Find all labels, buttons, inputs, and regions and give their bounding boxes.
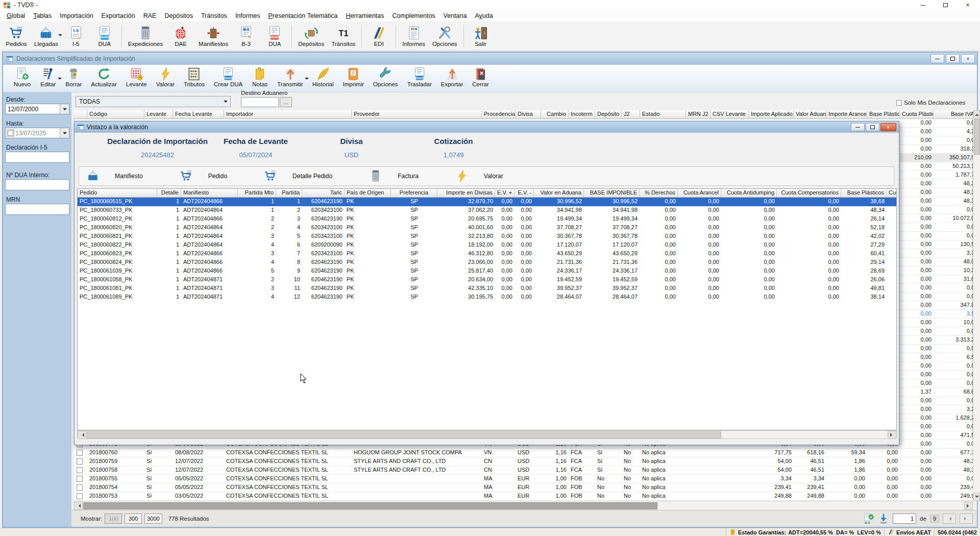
table-row[interactable]: 0,0048,0 — [900, 258, 973, 266]
strip-item[interactable]: Factura — [369, 169, 419, 183]
column-header[interactable]: Divisa — [516, 110, 541, 118]
scroll-left-icon[interactable] — [74, 502, 83, 510]
table-row[interactable]: 0,000,0 — [900, 206, 973, 214]
column-header[interactable]: Fecha Levante — [173, 110, 224, 118]
valuation-row[interactable]: PC_1800060823_PK1ADT20240486637620342310… — [78, 250, 896, 258]
table-row[interactable]: 0,000,0 — [900, 119, 973, 128]
column-header[interactable]: Importe Aplicado — [749, 110, 794, 118]
column-header[interactable]: Cuota — [887, 189, 896, 197]
toolbar-button[interactable]: Historial — [308, 66, 338, 88]
prev-page-button[interactable] — [943, 514, 956, 524]
strip-item[interactable]: Manifiesto — [86, 169, 143, 183]
export-xls-icon[interactable]: XLS — [863, 513, 874, 524]
column-header[interactable] — [74, 110, 87, 118]
dialog-horizontal-scrollbar[interactable] — [77, 430, 897, 439]
column-header[interactable]: Valor en Aduana — [534, 189, 584, 197]
page-size-button[interactable]: 3000 — [144, 514, 162, 524]
toolbar-button[interactable]: Imprimir — [338, 66, 369, 88]
toolbar-button[interactable]: Salir — [467, 22, 495, 51]
toolbar-button[interactable] — [463, 25, 464, 47]
column-header[interactable]: Procedencia — [482, 110, 516, 118]
toolbar-button[interactable] — [361, 25, 362, 47]
to-date-dropdown[interactable] — [60, 128, 69, 138]
column-header[interactable]: Base Plástico — [867, 110, 900, 118]
column-header[interactable]: J2 — [622, 110, 640, 118]
valuation-row[interactable]: PC_1800061089_PK1ADT20240487141262046231… — [78, 293, 896, 302]
from-date-field[interactable]: 12/07/2000 — [5, 104, 69, 114]
toolbar-button[interactable]: Opciones — [369, 66, 403, 88]
column-header[interactable]: Proveedor — [352, 110, 482, 118]
valuation-row[interactable]: PC_1800060821_PK1ADT20240486435620342310… — [78, 232, 896, 241]
toolbar-button[interactable]: Llegadas — [31, 22, 62, 51]
column-header[interactable]: Partida — [276, 189, 302, 197]
table-row[interactable]: 0,000,0 — [900, 397, 973, 405]
table-row[interactable]: 0,0010.072,0 — [900, 214, 973, 223]
table-row[interactable]: 210,09350.107,5 — [900, 154, 973, 162]
strip-item[interactable]: Pedido — [180, 169, 227, 183]
dua-input[interactable] — [5, 179, 69, 190]
table-row[interactable]: 0,00471,5 — [900, 431, 973, 440]
column-header[interactable]: Importe Arancel — [826, 110, 867, 118]
page-number-input[interactable] — [893, 514, 916, 524]
toolbar-button[interactable]: DUAS Crear DUA — [209, 66, 247, 88]
column-header[interactable]: Depósito — [595, 110, 622, 118]
scroll-right-icon[interactable] — [888, 431, 896, 439]
menu-item[interactable]: Importación — [56, 11, 97, 20]
column-header[interactable]: Cuota Arancel — [678, 189, 721, 197]
table-row[interactable]: 0,000,0 — [900, 362, 973, 371]
table-row[interactable]: 201800754Sí05/05/2022COTEXSA CONFECCIONE… — [74, 483, 973, 492]
table-row[interactable]: 0,0048,3 — [900, 197, 973, 206]
toolbar-button[interactable]: Manifiestos — [195, 22, 232, 51]
column-header[interactable]: Estado — [640, 110, 686, 118]
toolbar-button[interactable]: EDI — [364, 22, 393, 51]
menu-item[interactable]: Complementos — [388, 11, 439, 20]
menu-item[interactable]: Tránsitos — [197, 11, 231, 20]
table-row[interactable]: 0,000,0 — [900, 284, 973, 293]
column-header[interactable]: Pedido — [78, 189, 157, 197]
toolbar-button[interactable]: DUAS DUA — [90, 22, 119, 51]
page-size-button[interactable]: 300 — [125, 514, 142, 524]
menu-item[interactable]: Presentación Telemática — [264, 11, 342, 20]
toolbar-button[interactable]: Exportar — [436, 66, 468, 88]
menu-item[interactable]: Exportación — [97, 11, 139, 20]
toolbar-button[interactable] — [291, 25, 292, 47]
table-row[interactable]: 0,0048,3 — [900, 180, 973, 188]
table-row[interactable]: 0,000,0 — [900, 345, 973, 353]
toolbar-button[interactable]: Levante — [121, 66, 152, 88]
column-header[interactable]: Importe en Divisas — [437, 189, 495, 197]
menu-item[interactable]: Herramientas — [341, 11, 388, 20]
table-row[interactable]: 0,0031,8 — [900, 275, 973, 284]
table-row[interactable]: 0,003,5 — [900, 310, 973, 319]
column-header[interactable]: Valor Aduana — [794, 110, 826, 118]
valuation-row[interactable]: PC_1800060733_PK1ADT20240486412620342310… — [78, 206, 896, 215]
valuation-row[interactable]: PC_1800060824_PK1ADT20240486648620462319… — [78, 258, 896, 267]
next-page-button[interactable] — [960, 514, 973, 524]
mdi-close-button[interactable]: × — [961, 54, 975, 63]
vertical-scroll-thumb[interactable] — [974, 119, 980, 155]
valuation-row[interactable]: PC_1800060822_PK1ADT20240486446620920009… — [78, 241, 896, 250]
menu-item[interactable]: RAE — [139, 11, 161, 20]
dialog-titlebar[interactable]: Vistazo a la valoración — [75, 121, 899, 133]
valuation-row[interactable]: PC_1800061039_PK1ADT20240486659620462319… — [78, 267, 896, 276]
table-row[interactable]: 0,00318,3 — [900, 145, 973, 154]
column-header[interactable]: Código — [87, 110, 144, 118]
toolbar-button[interactable]: Opciones — [429, 22, 461, 51]
toolbar-button[interactable]: Tributos — [179, 66, 209, 88]
toolbar-button[interactable] — [396, 25, 396, 47]
table-row[interactable]: 1,3768,6 — [900, 388, 973, 397]
toolbar-button[interactable]: I-5 I-5 — [62, 22, 90, 51]
toolbar-button[interactable]: DUAS Trasladar — [403, 66, 436, 88]
close-button[interactable]: × — [957, 0, 979, 10]
mdi-minimize-button[interactable] — [930, 54, 944, 63]
from-date-dropdown[interactable] — [60, 104, 69, 114]
dialog-close-button[interactable]: × — [880, 123, 896, 131]
toolbar-button[interactable]: Actualizar — [86, 66, 121, 88]
valuation-row[interactable]: PC_1800060812_PK1ADT20240486623620462319… — [78, 215, 896, 224]
column-header[interactable]: Incoterm — [569, 110, 595, 118]
table-row[interactable]: 0,0010,3 — [900, 266, 973, 275]
column-header[interactable]: CSV Levante — [710, 110, 749, 118]
table-row[interactable]: 0,00130,5 — [900, 240, 973, 249]
table-row[interactable]: 201800755Sí05/05/2022COTEXSA CONFECCIONE… — [74, 475, 973, 483]
column-header[interactable]: Levante — [144, 110, 173, 118]
column-header[interactable]: MRN J2 — [686, 110, 710, 118]
